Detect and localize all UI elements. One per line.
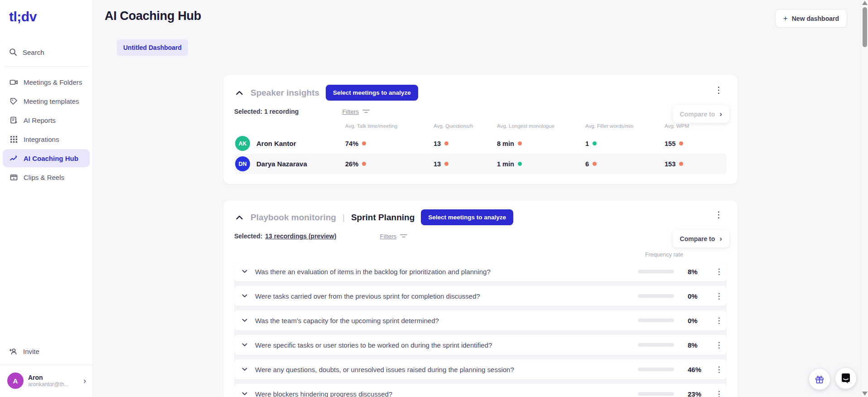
filters-button[interactable]: Filters [380, 233, 407, 240]
question-row[interactable]: Was there an evaluation of items in the … [234, 261, 727, 281]
chevron-right-icon: › [719, 110, 722, 118]
new-dashboard-label: New dashboard [792, 15, 839, 22]
frequency-bar [638, 270, 674, 273]
question-row[interactable]: Were blockers hindering progress discuss… [234, 384, 727, 397]
scroll-up-arrow-icon[interactable] [862, 1, 868, 5]
frequency-value: 8% [688, 341, 711, 349]
new-dashboard-button[interactable]: + New dashboard [775, 9, 847, 28]
speaker-name: Darya Nazarava [256, 160, 307, 168]
chevron-down-icon[interactable] [234, 319, 255, 322]
sidebar-item-label: Clips & Reels [24, 174, 64, 181]
grid-icon [9, 135, 18, 144]
column-header: Avg. Longest monologue [497, 123, 585, 133]
user-profile[interactable]: A Aron aronkantor@th... › [0, 371, 92, 391]
speaker-table-header: Avg. Talk time/meeting Avg. Questions/h … [234, 123, 727, 133]
column-header: Avg. Talk time/meeting [345, 123, 434, 133]
title-separator: | [342, 213, 345, 223]
row-menu-kebab-icon[interactable]: ⋮ [711, 341, 727, 349]
chat-widget-button[interactable] [835, 368, 856, 389]
sidebar-item-label: Integrations [24, 136, 59, 143]
frequency-bar [638, 343, 674, 347]
sidebar-item-label: AI Coaching Hub [24, 155, 78, 162]
user-email: aronkantor@th... [28, 381, 79, 387]
sidebar-search[interactable]: Search [0, 42, 92, 63]
status-dot [444, 141, 448, 145]
status-dot [518, 141, 522, 145]
status-dot [362, 141, 366, 145]
user-name: Aron [28, 374, 79, 381]
page-scrollbar[interactable] [861, 0, 868, 397]
row-menu-kebab-icon[interactable]: ⋮ [711, 292, 727, 300]
sidebar-search-label: Search [23, 48, 44, 56]
speaker-row[interactable]: AK Aron Kantor 74% 13 8 min 1 155 [234, 133, 727, 154]
question-row[interactable]: Were any questions, doubts, or unresolve… [234, 359, 727, 379]
template-tag-icon [9, 97, 18, 106]
frequency-value: 0% [688, 317, 711, 324]
status-dot [444, 162, 448, 166]
sidebar-divider [4, 66, 89, 67]
collapse-chevron-up-icon[interactable] [234, 213, 244, 223]
playbook-name: Sprint Planning [351, 213, 415, 223]
row-menu-kebab-icon[interactable]: ⋮ [711, 268, 727, 276]
chevron-right-icon: › [719, 235, 722, 242]
sidebar-user-divider [0, 365, 92, 365]
collapse-chevron-up-icon[interactable] [234, 88, 244, 98]
question-text: Were blockers hindering progress discuss… [255, 390, 638, 397]
sidebar: tl;dv Search Meetings & Folders Meeting … [0, 0, 93, 397]
chevron-down-icon[interactable] [234, 270, 255, 273]
chevron-down-icon[interactable] [234, 368, 255, 371]
selected-count: Selected: 1 recording [234, 108, 299, 115]
status-dot [593, 141, 597, 145]
sidebar-item-integrations[interactable]: Integrations [3, 130, 90, 148]
sidebar-item-label: Meetings & Folders [24, 78, 82, 86]
column-header: Avg. Questions/h [434, 123, 497, 133]
speaker-row[interactable]: DN Darya Nazarava 26% 13 1 min 6 153 [234, 154, 727, 174]
chevron-down-icon[interactable] [234, 392, 255, 396]
filters-button[interactable]: Filters [342, 108, 370, 115]
compare-to-button[interactable]: Compare to › [673, 105, 729, 123]
search-icon [9, 48, 17, 56]
sidebar-item-ai-reports[interactable]: AI Reports [3, 111, 90, 129]
row-menu-kebab-icon[interactable]: ⋮ [711, 317, 727, 324]
speaker-insights-card: Speaker insights Select meetings to anal… [223, 75, 738, 184]
question-text: Was the team's capacity for the upcoming… [255, 317, 638, 324]
frequency-bar [638, 392, 674, 396]
filter-lines-icon [362, 109, 370, 114]
column-header: Avg. Filler words/min [585, 123, 665, 133]
avatar: DN [235, 156, 250, 171]
sidebar-item-meeting-templates[interactable]: Meeting templates [3, 92, 90, 110]
scrollbar-thumb[interactable] [863, 7, 867, 47]
sidebar-item-clips-reels[interactable]: Clips & Reels [3, 168, 90, 186]
question-row[interactable]: Were tasks carried over from the previou… [234, 286, 727, 306]
column-header: Avg. WPM [665, 123, 727, 133]
sidebar-item-meetings-folders[interactable]: Meetings & Folders [3, 73, 90, 91]
chevron-down-icon[interactable] [234, 343, 255, 347]
status-dot [593, 162, 597, 166]
avatar: AK [235, 136, 250, 151]
compare-to-button[interactable]: Compare to › [673, 230, 729, 247]
frequency-bar [638, 368, 674, 371]
scroll-down-arrow-icon[interactable] [862, 392, 868, 396]
row-menu-kebab-icon[interactable]: ⋮ [711, 390, 727, 397]
question-row[interactable]: Was the team's capacity for the upcoming… [234, 310, 727, 330]
invite-label: Invite [23, 348, 39, 355]
card-menu-kebab-icon[interactable]: ⋮ [712, 209, 726, 220]
invite-button[interactable]: Invite [0, 343, 92, 360]
frequency-value: 46% [688, 366, 711, 373]
sidebar-item-ai-coaching-hub[interactable]: AI Coaching Hub [3, 149, 90, 167]
chevron-down-icon[interactable] [234, 294, 255, 298]
select-meetings-button[interactable]: Select meetings to analyze [326, 85, 418, 101]
recordings-preview-link[interactable]: 13 recordings (preview) [265, 232, 336, 240]
question-text: Were tasks carried over from the previou… [255, 292, 638, 300]
question-row[interactable]: Were specific tasks or user stories to b… [234, 335, 727, 355]
main-content: AI Coaching Hub + New dashboard Untitled… [93, 0, 868, 397]
select-meetings-button[interactable]: Select meetings to analyze [421, 209, 513, 225]
chevron-right-icon: › [83, 376, 86, 386]
row-menu-kebab-icon[interactable]: ⋮ [711, 366, 727, 373]
card-menu-kebab-icon[interactable]: ⋮ [712, 85, 726, 95]
invite-person-icon [9, 347, 18, 356]
gift-rewards-button[interactable] [809, 369, 830, 390]
frequency-rate-header: Frequency rate [234, 252, 683, 258]
speaker-insights-title: Speaker insights [251, 88, 319, 98]
tab-untitled-dashboard[interactable]: Untitled Dashboard [117, 39, 188, 56]
